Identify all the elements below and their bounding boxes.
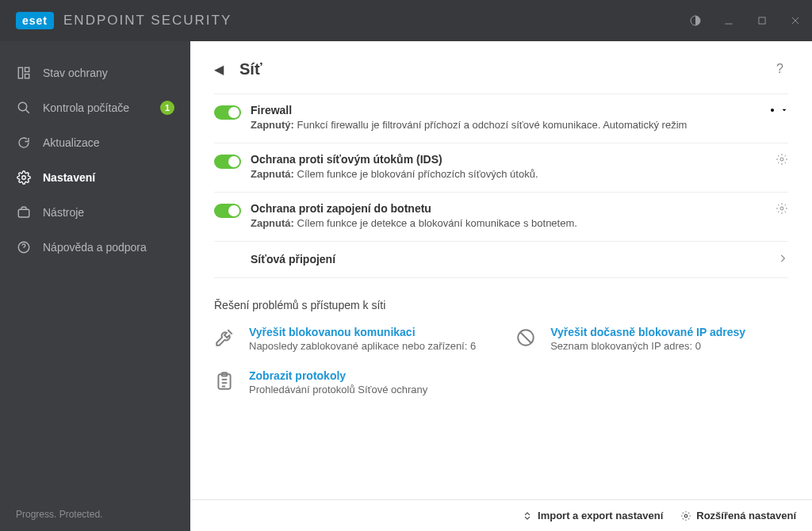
svg-point-24 (685, 514, 688, 518)
advanced-settings-link[interactable]: Rozšířená nastavení (680, 510, 796, 521)
trouble-title: Zobrazit protokoly (249, 369, 427, 382)
sidebar-item-label: Kontrola počítače (43, 101, 149, 114)
trouble-title: Vyřešit blokovanou komunikaci (249, 326, 476, 338)
sidebar-item-help[interactable]: Nápověda a podpora (0, 230, 190, 265)
chevron-right-icon (777, 253, 788, 266)
svg-point-15 (780, 158, 783, 161)
toggle-firewall[interactable] (214, 105, 241, 120)
svg-rect-5 (18, 67, 22, 78)
count-badge: 1 (160, 101, 174, 115)
maximize-button[interactable] (745, 0, 779, 41)
blocked-icon (515, 326, 539, 352)
svg-line-9 (25, 109, 29, 113)
help-icon (16, 240, 32, 254)
svg-rect-2 (759, 17, 765, 24)
trouble-blocked-ips[interactable]: Vyřešit dočasně blokované IP adresy Sezn… (515, 326, 745, 352)
svg-point-10 (22, 176, 26, 180)
advanced-settings-label: Rozšířená nastavení (696, 510, 796, 521)
status-icon (16, 66, 32, 80)
gear-dropdown-button[interactable] (766, 104, 788, 117)
trouble-sub: Naposledy zablokované aplikace nebo zaří… (249, 340, 476, 352)
sidebar-item-update[interactable]: Aktualizace (0, 125, 190, 160)
app-title: ENDPOINT SECURITY (63, 13, 232, 29)
gear-icon (16, 170, 32, 185)
sidebar-item-label: Aktualizace (43, 136, 174, 149)
chevron-down-icon (780, 106, 788, 114)
svg-point-14 (771, 109, 774, 112)
refresh-icon (16, 136, 32, 150)
main: ◀ Síť ? Firewall Zapnutý: Funkcí firewal… (190, 41, 812, 531)
trouble-sub: Seznam blokovaných IP adres: 0 (550, 340, 745, 352)
gear-button[interactable] (776, 202, 788, 218)
svg-line-23 (520, 331, 531, 342)
sidebar-item-tools[interactable]: Nástroje (0, 195, 190, 230)
page-title: Síť (239, 60, 262, 78)
sidebar-item-status[interactable]: Stav ochrany (0, 55, 190, 90)
svg-rect-7 (25, 74, 29, 78)
sidebar-item-settings[interactable]: Nastavení (0, 160, 190, 195)
setting-row-botnet: Ochrana proti zapojení do botnetu Zapnut… (214, 193, 788, 242)
wrench-icon (214, 326, 238, 352)
svg-point-16 (780, 207, 783, 210)
clipboard-icon (214, 369, 238, 395)
network-connections-link[interactable]: Síťová připojení (214, 242, 788, 278)
row-title: Firewall (251, 104, 760, 117)
setting-row-ids: Ochrana proti síťovým útokům (IDS) Zapnu… (214, 143, 788, 193)
sidebar-item-label: Nastavení (43, 171, 174, 184)
trouble-sub: Prohledávání protokolů Síťové ochrany (249, 384, 427, 395)
sidebar: Stav ochrany Kontrola počítače 1 Aktuali… (0, 41, 190, 531)
row-sub: Zapnutá: Cílem funkce je blokování přích… (251, 167, 760, 182)
row-title: Ochrana proti síťovým útokům (IDS) (251, 153, 760, 166)
row-sub: Zapnutý: Funkcí firewallu je filtrování … (251, 118, 760, 133)
sidebar-item-scan[interactable]: Kontrola počítače 1 (0, 90, 190, 125)
toggle-ids[interactable] (214, 155, 241, 169)
svg-rect-11 (18, 209, 29, 217)
svg-point-8 (18, 102, 27, 111)
search-icon (16, 101, 32, 115)
trouble-blocked-comm[interactable]: Vyřešit blokovanou komunikaci Naposledy … (214, 326, 476, 352)
setting-row-firewall: Firewall Zapnutý: Funkcí firewallu je fi… (214, 94, 788, 143)
section-title: Řešení problémů s přístupem k síti (214, 299, 788, 311)
minimize-button[interactable] (712, 0, 745, 41)
trouble-show-logs[interactable]: Zobrazit protokoly Prohledávání protokol… (214, 369, 476, 395)
link-label: Síťová připojení (251, 253, 335, 266)
row-sub: Zapnutá: Cílem funkce je detekce a bloko… (251, 216, 760, 231)
import-export-label: Import a export nastavení (538, 510, 663, 521)
sidebar-footer: Progress. Protected. (0, 498, 190, 531)
trouble-title: Vyřešit dočasně blokované IP adresy (550, 326, 745, 338)
row-title: Ochrana proti zapojení do botnetu (251, 202, 760, 215)
sidebar-item-label: Nápověda a podpora (43, 241, 174, 254)
toggle-botnet[interactable] (214, 204, 241, 218)
gear-button[interactable] (776, 153, 788, 169)
briefcase-icon (16, 205, 32, 220)
bottombar: Import a export nastavení Rozšířená nast… (190, 499, 812, 531)
close-button[interactable] (779, 0, 812, 41)
titlebar: eset ENDPOINT SECURITY (0, 0, 812, 41)
sidebar-item-label: Stav ochrany (43, 67, 174, 79)
svg-rect-6 (25, 67, 29, 71)
page-help-button[interactable]: ? (772, 59, 788, 79)
sidebar-item-label: Nástroje (43, 206, 174, 219)
back-button[interactable]: ◀ (214, 62, 232, 77)
logo: eset (16, 12, 54, 29)
import-export-link[interactable]: Import a export nastavení (522, 510, 663, 521)
contrast-icon[interactable] (679, 0, 712, 41)
